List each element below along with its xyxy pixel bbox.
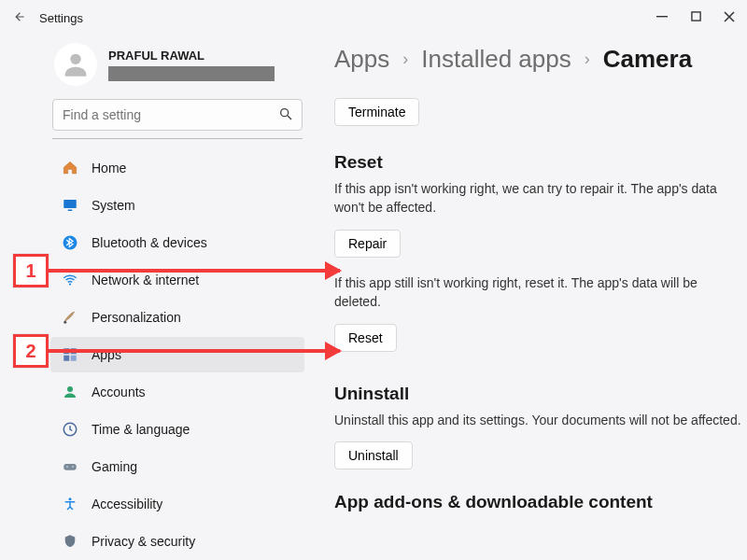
sidebar-item-gaming[interactable]: Gaming (50, 449, 304, 484)
repair-description: If this app isn't working right, we can … (334, 180, 726, 217)
reset-description: If this app still isn't working right, r… (334, 274, 741, 311)
repair-button[interactable]: Repair (334, 230, 401, 258)
accounts-icon (62, 384, 78, 400)
reset-heading: Reset (334, 152, 741, 173)
user-name: PRAFUL RAWAL (108, 49, 275, 63)
sidebar-item-label: Accessibility (92, 497, 162, 511)
sidebar-item-personalization[interactable]: Personalization (50, 300, 304, 335)
sidebar-item-system[interactable]: System (50, 188, 304, 223)
time-icon (62, 421, 78, 438)
sidebar-item-privacy[interactable]: Privacy & security (50, 524, 304, 559)
annotation-1-label: 1 (25, 260, 35, 282)
sidebar-item-label: Accounts (92, 385, 146, 399)
sidebar-item-apps[interactable]: Apps (50, 337, 304, 372)
svg-rect-5 (63, 200, 77, 208)
sidebar-item-accounts[interactable]: Accounts (50, 374, 304, 410)
annotation-2-box: 2 (13, 334, 49, 368)
gaming-icon (62, 458, 78, 475)
back-button[interactable] (11, 10, 28, 26)
search-input[interactable] (52, 99, 303, 131)
uninstall-description: Uninstall this app and its settings. You… (334, 412, 741, 430)
system-icon (62, 197, 78, 214)
window-title: Settings (39, 11, 655, 25)
minimize-button[interactable] (655, 11, 669, 25)
divider (52, 138, 303, 139)
search-container (52, 99, 303, 131)
privacy-icon (62, 533, 78, 550)
sidebar-item-home[interactable]: Home (50, 150, 304, 186)
sidebar-item-label: Network & internet (92, 273, 199, 287)
breadcrumb-current: Camera (603, 45, 692, 74)
svg-point-8 (69, 283, 71, 285)
wifi-icon (62, 272, 78, 288)
sidebar-item-label: Personalization (92, 310, 181, 325)
breadcrumb-installed-apps[interactable]: Installed apps (421, 45, 571, 74)
maximize-button[interactable] (689, 11, 702, 25)
svg-point-19 (69, 497, 72, 500)
svg-point-9 (63, 321, 66, 324)
svg-rect-1 (691, 11, 699, 20)
bluetooth-icon (62, 234, 78, 251)
annotation-2-arrow (49, 349, 340, 353)
svg-point-2 (70, 54, 80, 64)
main-panel: Apps › Installed apps › Camera Terminate… (312, 35, 747, 560)
chevron-right-icon: › (402, 49, 408, 69)
sidebar-item-label: System (92, 198, 135, 213)
chevron-right-icon: › (585, 49, 590, 69)
sidebar-item-label: Bluetooth & devices (92, 235, 207, 250)
accessibility-icon (62, 496, 78, 512)
svg-point-14 (67, 386, 73, 392)
addons-heading: App add-ons & downloadable content (334, 492, 741, 512)
sidebar-item-label: Time & language (92, 422, 190, 437)
terminate-button[interactable]: Terminate (334, 98, 419, 126)
user-header[interactable]: PRAFUL RAWAL (54, 43, 301, 86)
annotation-2-label: 2 (25, 341, 35, 362)
user-email-redacted (108, 66, 275, 81)
sidebar-item-bluetooth[interactable]: Bluetooth & devices (50, 225, 304, 260)
sidebar-item-label: Gaming (92, 459, 137, 474)
breadcrumb-apps[interactable]: Apps (334, 45, 389, 74)
reset-button[interactable]: Reset (334, 324, 397, 352)
breadcrumb: Apps › Installed apps › Camera (334, 45, 741, 74)
sidebar-item-time[interactable]: Time & language (50, 412, 304, 447)
svg-rect-6 (68, 210, 73, 212)
close-button[interactable] (723, 11, 736, 25)
home-icon (62, 160, 78, 176)
uninstall-button[interactable]: Uninstall (334, 441, 413, 469)
svg-rect-12 (63, 356, 69, 361)
titlebar: Settings (0, 0, 747, 35)
svg-point-18 (72, 466, 74, 468)
nav: Home System Bluetooth & devices Network … (50, 150, 304, 559)
svg-point-17 (66, 466, 68, 468)
brush-icon (62, 309, 78, 326)
sidebar-item-label: Home (92, 161, 126, 175)
annotation-1-arrow (49, 269, 340, 273)
sidebar: PRAFUL RAWAL Home System Bluetooth & dev… (50, 35, 312, 560)
sidebar-item-network[interactable]: Network & internet (50, 262, 304, 298)
annotation-1-box: 1 (13, 254, 49, 287)
window-controls (655, 11, 736, 25)
svg-rect-13 (71, 356, 77, 361)
svg-rect-0 (656, 16, 668, 17)
sidebar-item-label: Privacy & security (92, 534, 195, 549)
sidebar-item-accessibility[interactable]: Accessibility (50, 486, 304, 522)
uninstall-heading: Uninstall (334, 384, 741, 404)
avatar (54, 43, 97, 86)
svg-rect-16 (63, 464, 77, 470)
